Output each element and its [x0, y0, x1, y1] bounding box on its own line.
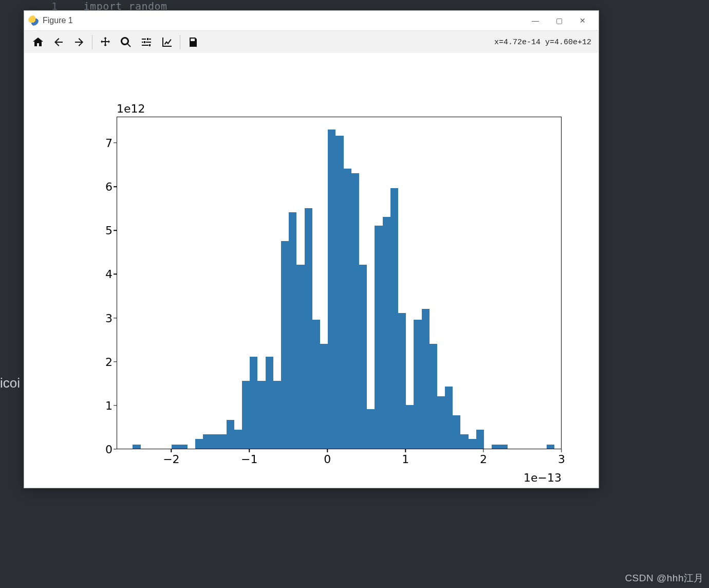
close-button[interactable]: ✕ [571, 13, 594, 28]
y-tick-mark [114, 274, 117, 274]
save-icon [187, 36, 199, 48]
maximize-button[interactable]: ▢ [547, 13, 571, 28]
back-button[interactable] [49, 33, 68, 51]
plot-area[interactable]: 1e12 01234567−2−10123 1e−13 [24, 53, 599, 488]
move-icon [99, 36, 111, 48]
y-tick-mark [114, 318, 117, 318]
histogram-bar [296, 265, 304, 449]
arrow-left-icon [52, 36, 65, 48]
histogram-bar [335, 136, 343, 449]
y-tick-mark [114, 405, 117, 406]
sliders-icon [140, 36, 153, 48]
y-tick-mark [114, 187, 117, 187]
edit-axis-button[interactable] [157, 33, 177, 51]
x-tick-mark [561, 449, 562, 452]
window-title: Figure 1 [43, 16, 73, 25]
histogram-bar [266, 357, 273, 449]
chart-line-icon [161, 36, 173, 48]
coordinate-readout: x=4.72e-14 y=4.60e+12 [494, 38, 594, 47]
matplotlib-icon [28, 15, 39, 26]
y-tick-label: 4 [92, 268, 113, 281]
minimize-button[interactable]: — [524, 13, 547, 28]
histogram-bar [344, 169, 351, 449]
x-tick-mark [483, 449, 483, 452]
x-offset-text: 1e−13 [524, 471, 562, 484]
window-controls: — ▢ ✕ [524, 13, 594, 28]
histogram-bar [367, 409, 375, 449]
forward-button[interactable] [69, 33, 89, 51]
toolbar-separator [180, 35, 180, 49]
axes-frame [117, 117, 562, 449]
x-tick-mark [327, 449, 328, 452]
histogram-bar [250, 357, 257, 449]
y-tick-label: 6 [92, 180, 113, 193]
histogram-bar [437, 396, 445, 449]
home-icon [32, 36, 44, 48]
histogram-bar [203, 434, 211, 449]
y-tick-mark [114, 230, 117, 231]
zoom-button[interactable] [116, 33, 136, 51]
histogram-bar [234, 430, 242, 449]
y-tick-label: 2 [92, 355, 113, 368]
histogram-bar [351, 173, 359, 449]
y-tick-label: 0 [92, 443, 113, 456]
maximize-icon: ▢ [556, 16, 563, 25]
y-tick-label: 7 [92, 137, 113, 150]
histogram-bar [476, 430, 484, 449]
x-tick-label: 1 [402, 453, 409, 466]
minimize-icon: — [532, 16, 539, 25]
histogram-bar [499, 445, 507, 449]
histogram-bar [398, 313, 406, 449]
histogram-bar [460, 434, 468, 449]
histogram-bar [359, 265, 367, 449]
histogram-bar [383, 217, 390, 449]
x-tick-mark [171, 449, 172, 452]
x-tick-mark [405, 449, 405, 452]
histogram-bar [312, 320, 320, 449]
x-tick-label: 3 [558, 453, 565, 466]
histogram-bar [414, 320, 421, 449]
y-tick-mark [114, 142, 117, 143]
histogram-bar [133, 445, 140, 449]
mpl-toolbar: x=4.72e-14 y=4.60e+12 [24, 31, 599, 54]
histogram-bar [320, 344, 328, 449]
x-tick-label: 2 [480, 453, 487, 466]
histogram-bar [305, 208, 312, 449]
histogram-bar [242, 381, 250, 449]
toolbar-separator [92, 35, 92, 49]
histogram-bar [273, 381, 281, 449]
histogram-bar [219, 434, 227, 449]
configure-subplots-button[interactable] [137, 33, 156, 51]
histogram-bar [172, 445, 179, 449]
figure-window: Figure 1 — ▢ ✕ [24, 10, 599, 488]
editor-side-fragment: icoi [0, 375, 20, 391]
histogram-bar [328, 130, 335, 449]
histogram-bar [257, 381, 265, 449]
y-offset-text: 1e12 [117, 102, 145, 115]
histogram-bar [453, 415, 460, 449]
arrow-right-icon [73, 36, 85, 48]
histogram-bar [180, 445, 188, 449]
histogram-bar [375, 226, 382, 449]
home-button[interactable] [28, 33, 48, 51]
histogram-bar [469, 439, 476, 449]
save-button[interactable] [183, 33, 203, 51]
histogram-bar [390, 188, 398, 449]
y-tick-mark [114, 361, 117, 362]
histogram-bar [445, 387, 453, 449]
histogram-bar [422, 309, 430, 449]
histogram-bar [406, 405, 414, 449]
y-tick-label: 3 [92, 311, 113, 324]
y-tick-label: 1 [92, 399, 113, 412]
close-icon: ✕ [580, 16, 586, 25]
pan-button[interactable] [96, 33, 115, 51]
histogram-bar [211, 434, 218, 449]
magnify-icon [120, 36, 132, 48]
x-tick-label: 0 [324, 453, 331, 466]
y-tick-mark [114, 449, 117, 449]
histogram-bar [547, 445, 554, 449]
histogram-bar [289, 212, 296, 449]
histogram-bar [227, 420, 234, 449]
x-tick-label: −1 [241, 453, 257, 466]
x-tick-label: −2 [163, 453, 179, 466]
